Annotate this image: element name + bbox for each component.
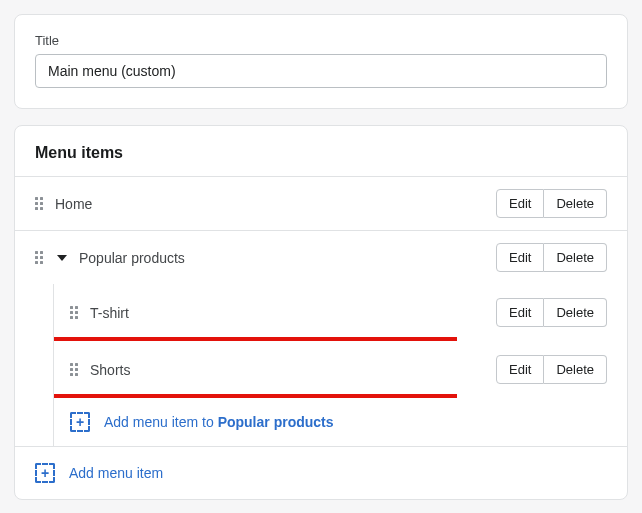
add-icon: + xyxy=(70,412,90,432)
nested-group: T-shirt Edit Delete Shorts Edit Delete +… xyxy=(53,284,627,446)
title-label: Title xyxy=(35,33,607,48)
drag-handle-icon[interactable] xyxy=(70,306,80,320)
delete-button[interactable]: Delete xyxy=(544,189,607,218)
edit-button[interactable]: Edit xyxy=(496,355,544,384)
delete-button[interactable]: Delete xyxy=(544,243,607,272)
row-actions: Edit Delete xyxy=(496,243,607,272)
row-actions: Edit Delete xyxy=(496,189,607,218)
section-title: Menu items xyxy=(35,144,607,162)
menu-item-label: Popular products xyxy=(79,250,486,266)
menu-row-home: Home Edit Delete xyxy=(15,176,627,230)
add-child-row[interactable]: + Add menu item to Popular products xyxy=(54,398,627,446)
add-icon: + xyxy=(35,463,55,483)
menu-item-label: Home xyxy=(55,196,486,212)
title-input[interactable] xyxy=(35,54,607,88)
menu-row-popular: Popular products Edit Delete xyxy=(15,230,627,284)
menu-item-label: T-shirt xyxy=(90,305,486,321)
add-child-prefix: Add menu item to xyxy=(104,414,218,430)
add-child-target: Popular products xyxy=(218,414,334,430)
edit-button[interactable]: Edit xyxy=(496,298,544,327)
delete-button[interactable]: Delete xyxy=(544,298,607,327)
menu-row-tshirt: T-shirt Edit Delete xyxy=(54,284,627,341)
section-header: Menu items xyxy=(15,126,627,176)
drag-handle-icon[interactable] xyxy=(35,197,45,211)
highlight-underline xyxy=(54,394,457,398)
menu-row-shorts: Shorts Edit Delete xyxy=(54,341,627,398)
menu-item-label: Shorts xyxy=(90,362,486,378)
title-card: Title xyxy=(14,14,628,109)
row-actions: Edit Delete xyxy=(496,355,607,384)
add-root-row[interactable]: + Add menu item xyxy=(15,446,627,499)
add-child-link: Add menu item to Popular products xyxy=(104,414,334,430)
edit-button[interactable]: Edit xyxy=(496,243,544,272)
add-root-link: Add menu item xyxy=(69,465,163,481)
drag-handle-icon[interactable] xyxy=(70,363,80,377)
edit-button[interactable]: Edit xyxy=(496,189,544,218)
chevron-down-icon[interactable] xyxy=(57,255,67,261)
drag-handle-icon[interactable] xyxy=(35,251,45,265)
row-actions: Edit Delete xyxy=(496,298,607,327)
menu-items-card: Menu items Home Edit Delete Popular prod… xyxy=(14,125,628,500)
delete-button[interactable]: Delete xyxy=(544,355,607,384)
